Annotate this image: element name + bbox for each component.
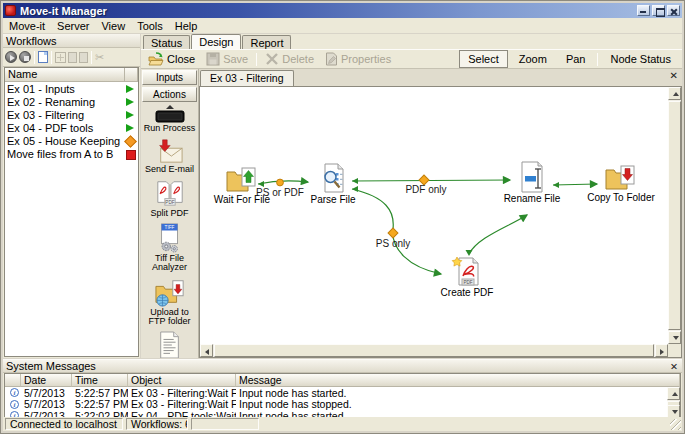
workflow-row[interactable]: Ex 02 - Renaming — [5, 95, 138, 108]
svg-text:PDF: PDF — [463, 280, 472, 285]
palette-item-upload-ftp[interactable]: Upload to FTP folder — [141, 277, 198, 327]
save-floppy-icon — [206, 52, 220, 66]
palette-scroll-up-icon[interactable] — [166, 105, 174, 109]
edge-label-pdf-only: PDF only — [405, 184, 446, 195]
close-workflow-button[interactable]: Close — [144, 51, 199, 67]
edge-parse-to-rename[interactable] — [352, 180, 510, 181]
palette-item-send-email[interactable]: Send E-mail — [141, 138, 198, 175]
node-palette: Inputs Actions Run Process — [141, 69, 199, 358]
workflows-panel: Workflows ✂ Name Ex 01 - Inputs Ex 02 - … — [3, 34, 140, 358]
copy-workflow-icon — [68, 52, 77, 63]
column-header-date[interactable]: Date — [21, 374, 72, 387]
tab-report[interactable]: Report — [242, 35, 291, 49]
menu-view[interactable]: View — [95, 19, 131, 33]
workflow-row[interactable]: Ex 05 - House Keeping — [5, 134, 138, 147]
workflow-canvas[interactable]: PS or PDF PDF only PS only Wait For File — [199, 86, 682, 358]
view-tabs: Status Design Report — [141, 34, 682, 49]
workflows-panel-title: Workflows — [3, 34, 140, 48]
status-bar: Connected to localhost Workflows: 6 — [3, 417, 682, 431]
column-header-time[interactable]: Time — [72, 374, 128, 387]
title-bar[interactable]: Move-it Manager — [3, 3, 682, 18]
menu-server[interactable]: Server — [51, 19, 95, 33]
workflows-count: Workflows: 6 — [126, 418, 188, 430]
info-icon: i — [10, 400, 19, 409]
column-header-object[interactable]: Object — [128, 374, 236, 387]
start-workflow-icon[interactable] — [5, 51, 17, 63]
workflow-row[interactable]: Ex 04 - PDF tools — [5, 121, 138, 134]
node-wait-for-file[interactable]: Wait For File — [207, 164, 277, 205]
resize-grip-icon[interactable] — [670, 419, 681, 430]
palette-group-actions[interactable]: Actions — [142, 87, 197, 102]
app-icon[interactable] — [5, 5, 16, 16]
node-status-button[interactable]: Node Status — [602, 51, 679, 67]
column-header-icon[interactable] — [5, 374, 21, 387]
message-row[interactable]: i 5/7/2013 5:22:57 PM Ex 03 - Filtering:… — [5, 387, 680, 399]
condition-dot-ps-or-pdf[interactable] — [277, 179, 284, 186]
column-header-message[interactable]: Message — [236, 374, 680, 387]
column-header-name[interactable]: Name — [5, 68, 125, 82]
svg-text:PDF: PDF — [165, 200, 174, 205]
scroll-up-button[interactable] — [668, 87, 681, 100]
menu-tools[interactable]: Tools — [131, 19, 169, 33]
connection-status: Connected to localhost — [5, 418, 123, 430]
design-region: Status Design Report Close Save — [141, 34, 682, 358]
scroll-right-button[interactable] — [655, 344, 668, 357]
palette-group-inputs[interactable]: Inputs — [142, 70, 197, 85]
scroll-left-button[interactable] — [200, 344, 213, 357]
toolbar-separator — [51, 51, 52, 64]
system-messages-close-icon[interactable]: ✕ — [670, 361, 678, 372]
save-workflow-button: Save — [202, 51, 252, 67]
properties-page-icon — [325, 52, 338, 66]
condition-diamond-ps-only[interactable] — [388, 228, 398, 238]
info-icon: i — [10, 388, 19, 397]
scroll-up-button[interactable] — [667, 387, 680, 400]
workflow-list: Name Ex 01 - Inputs Ex 02 - Renaming Ex … — [4, 67, 139, 357]
canvas-vertical-scrollbar[interactable] — [668, 87, 681, 344]
pan-mode-button[interactable]: Pan — [558, 51, 594, 67]
menu-move-it[interactable]: Move-it — [3, 19, 51, 33]
messages-vertical-scrollbar[interactable] — [667, 387, 680, 418]
scrollbar-corner — [668, 344, 681, 357]
scroll-down-button[interactable] — [668, 331, 681, 344]
node-create-pdf[interactable]: PDF Create PDF — [432, 255, 502, 298]
palette-item-xml-parser[interactable]: XML Parser — [141, 331, 198, 359]
maximize-button[interactable] — [652, 5, 665, 16]
palette-item-tiff-analyzer[interactable]: TIFF Tiff File Analyzer — [141, 223, 198, 273]
tab-status[interactable]: Status — [143, 35, 190, 49]
workflow-status-icon — [124, 149, 136, 159]
canvas-horizontal-scrollbar[interactable] — [200, 344, 668, 357]
canvas-tab-ex03[interactable]: Ex 03 - Filtering — [200, 70, 294, 86]
message-row[interactable]: i 5/7/2013 5:22:57 PM Ex 03 - Filtering:… — [5, 399, 680, 411]
workflow-row[interactable]: Ex 03 - Filtering — [5, 108, 138, 121]
toolbar-separator — [256, 53, 257, 66]
canvas-tab-close-icon[interactable]: ✕ — [670, 70, 678, 82]
palette-item-split-pdf[interactable]: PDF Split PDF — [141, 178, 198, 219]
toolbar-separator — [597, 53, 598, 66]
horizontal-scroll-thumb[interactable] — [214, 344, 654, 357]
minimize-button[interactable] — [637, 5, 650, 16]
run-process-icon — [155, 110, 185, 123]
palette-item-run-process[interactable]: Run Process — [141, 110, 198, 134]
menu-help[interactable]: Help — [169, 19, 204, 33]
workflow-row[interactable]: Ex 01 - Inputs — [5, 82, 138, 95]
node-parse-file[interactable]: Parse File — [298, 162, 368, 205]
edge-createpdf-to-rename[interactable] — [469, 215, 527, 254]
zoom-mode-button[interactable]: Zoom — [511, 51, 555, 67]
workflow-row[interactable]: Move files from A to B — [5, 147, 138, 160]
node-copy-to-folder[interactable]: Copy To Folder — [586, 162, 656, 203]
rename-file-icon — [516, 161, 548, 193]
system-messages-table: Date Time Object Message i 5/7/2013 5:22… — [4, 373, 681, 419]
system-messages-title: System Messages — [6, 360, 96, 372]
select-mode-button[interactable]: Select — [459, 50, 508, 68]
column-header-status[interactable] — [125, 68, 138, 82]
create-pdf-icon: PDF — [450, 255, 484, 287]
workflow-status-icon — [124, 110, 136, 120]
tab-design[interactable]: Design — [191, 34, 241, 49]
vertical-scroll-thumb[interactable] — [668, 101, 681, 330]
workflow-status-icon — [124, 97, 136, 107]
svg-text:TIFF: TIFF — [164, 225, 174, 230]
close-window-button[interactable] — [667, 5, 680, 16]
stop-workflow-icon[interactable] — [19, 51, 31, 63]
node-rename-file[interactable]: Rename File — [497, 161, 567, 204]
new-workflow-icon[interactable] — [38, 51, 48, 63]
